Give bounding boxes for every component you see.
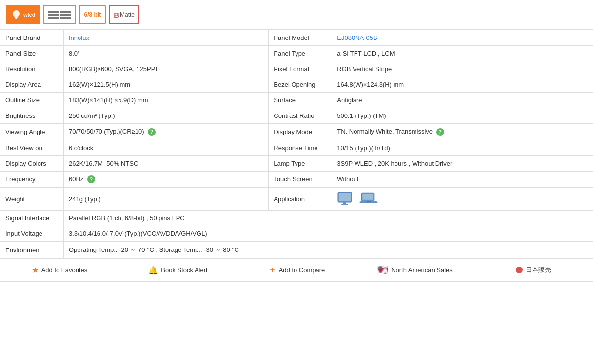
label-resolution: Resolution <box>0 61 64 77</box>
wled-bulb-icon <box>11 9 21 20</box>
value-contrast-ratio: 500:1 (Typ.) (TM) <box>332 108 593 124</box>
matte-label: Matte <box>120 11 135 18</box>
value-panel-model: EJ080NA-05B <box>332 30 593 46</box>
badge-bit: 6/8 bit <box>79 5 106 24</box>
value-resolution: 800(RGB)×600, SVGA, 125PPI <box>64 61 269 77</box>
label-display-area: Display Area <box>0 77 64 93</box>
table-row: Best View on 6 o'clock Response Time 10/… <box>0 140 593 155</box>
table-row: Signal Interface Parallel RGB (1 ch, 6/8… <box>0 211 593 226</box>
label-brightness: Brightness <box>0 108 64 124</box>
label-response-time: Response Time <box>269 140 332 155</box>
table-row: Display Colors 262K/16.7M 50% NTSC Lamp … <box>0 155 593 171</box>
table-row: Outline Size 183(W)×141(H) ×5.9(D) mm Su… <box>0 93 593 108</box>
value-pixel-format: RGB Vertical Stripe <box>332 61 593 77</box>
value-signal-interface: Parallel RGB (1 ch, 6/8-bit) , 50 pins F… <box>64 211 593 226</box>
label-panel-brand: Panel Brand <box>0 30 64 46</box>
japan-label: 日本販売 <box>526 266 551 274</box>
table-row: Input Voltage 3.3/10.4/16.0/-7.0V (Typ.)… <box>0 226 593 242</box>
label-contrast-ratio: Contrast Ratio <box>269 108 332 124</box>
application-icons <box>337 192 588 206</box>
north-american-sales-button[interactable]: 🇺🇸 North American Sales <box>356 259 474 281</box>
na-sales-label: North American Sales <box>391 267 453 274</box>
badge-wled: wled <box>6 5 40 24</box>
star-icon: ★ <box>32 266 39 275</box>
viewing-angle-help-icon[interactable]: ? <box>148 128 156 136</box>
label-panel-size: Panel Size <box>0 46 64 61</box>
flag-icon: 🇺🇸 <box>377 265 388 275</box>
label-input-voltage: Input Voltage <box>0 226 64 242</box>
badge-parallel <box>43 5 76 24</box>
value-outline-size: 183(W)×141(H) ×5.9(D) mm <box>64 93 269 108</box>
svg-rect-8 <box>363 194 374 200</box>
value-bezel-opening: 164.8(W)×124.3(H) mm <box>332 77 593 93</box>
value-display-colors: 262K/16.7M 50% NTSC <box>64 155 269 171</box>
favorites-label: Add to Favorites <box>41 267 88 274</box>
label-environment: Environment <box>0 242 64 259</box>
svg-rect-4 <box>339 193 351 201</box>
parallel-lines-icon-2 <box>60 11 71 19</box>
value-weight: 241g (Typ.) <box>64 188 269 211</box>
label-touch-screen: Touch Screen <box>269 171 332 188</box>
svg-rect-6 <box>341 204 348 205</box>
value-panel-brand: Innolux <box>64 30 269 46</box>
value-panel-size: 8.0" <box>64 46 269 61</box>
b-label: B <box>114 11 119 19</box>
specs-table: Panel Brand Innolux Panel Model EJ080NA-… <box>0 30 593 259</box>
label-panel-type: Panel Type <box>269 46 332 61</box>
label-best-view: Best View on <box>0 140 64 155</box>
value-frequency: 60Hz ? <box>64 171 269 188</box>
panel-model-link[interactable]: EJ080NA-05B <box>337 34 377 41</box>
monitor-icon <box>337 192 356 206</box>
svg-rect-1 <box>15 17 18 18</box>
top-badges: wled 6/8 bit B Matte <box>0 0 593 30</box>
compare-label: Add to Compare <box>279 267 325 274</box>
svg-point-0 <box>13 10 20 17</box>
innolux-link[interactable]: Innolux <box>69 34 89 41</box>
value-application <box>332 188 593 211</box>
badge-b-matte: B Matte <box>109 5 139 24</box>
label-panel-model: Panel Model <box>269 30 332 46</box>
frequency-help-icon[interactable]: ? <box>87 175 95 183</box>
table-row: Panel Brand Innolux Panel Model EJ080NA-… <box>0 30 593 46</box>
value-viewing-angle: 70/70/50/70 (Typ.)(CR≥10) ? <box>64 124 269 140</box>
circle-red-icon <box>516 267 523 273</box>
book-stock-alert-button[interactable]: 🔔 Book Stock Alert <box>119 260 237 281</box>
table-row: Display Area 162(W)×121.5(H) mm Bezel Op… <box>0 77 593 93</box>
label-surface: Surface <box>269 93 332 108</box>
display-mode-help-icon[interactable]: ? <box>436 128 444 136</box>
label-signal-interface: Signal Interface <box>0 211 64 226</box>
label-viewing-angle: Viewing Angle <box>0 124 64 140</box>
label-display-colors: Display Colors <box>0 155 64 171</box>
parallel-lines-icon <box>48 11 59 19</box>
label-bezel-opening: Bezel Opening <box>269 77 332 93</box>
table-row: Panel Size 8.0" Panel Type a-Si TFT-LCD … <box>0 46 593 61</box>
label-display-mode: Display Mode <box>269 124 332 140</box>
label-pixel-format: Pixel Format <box>269 61 332 77</box>
value-brightness: 250 cd/m² (Typ.) <box>64 108 269 124</box>
label-lamp-type: Lamp Type <box>269 155 332 171</box>
value-panel-type: a-Si TFT-LCD , LCM <box>332 46 593 61</box>
speaker-icon: 🔔 <box>148 266 158 275</box>
bit-label: 6/8 bit <box>84 11 101 18</box>
value-display-mode: TN, Normally White, Transmissive ? <box>332 124 593 140</box>
stock-alert-label: Book Stock Alert <box>161 267 207 274</box>
action-bar: ★ Add to Favorites 🔔 Book Stock Alert ＋ … <box>0 259 593 282</box>
value-surface: Antiglare <box>332 93 593 108</box>
add-to-compare-button[interactable]: ＋ Add to Compare <box>237 259 356 281</box>
table-row: Viewing Angle 70/70/50/70 (Typ.)(CR≥10) … <box>0 124 593 140</box>
label-weight: Weight <box>0 188 64 211</box>
value-response-time: 10/15 (Typ.)(Tr/Td) <box>332 140 593 155</box>
value-input-voltage: 3.3/10.4/16.0/-7.0V (Typ.)(VCC/AVDD/VGH/… <box>64 226 593 242</box>
wled-label: wled <box>23 12 35 18</box>
add-to-favorites-button[interactable]: ★ Add to Favorites <box>0 260 119 281</box>
label-frequency: Frequency <box>0 171 64 188</box>
japan-sales-button[interactable]: 日本販売 <box>474 260 593 280</box>
value-display-area: 162(W)×121.5(H) mm <box>64 77 269 93</box>
value-environment: Operating Temp.: -20 ～ 70 °C ; Storage T… <box>64 242 593 259</box>
table-row: Environment Operating Temp.: -20 ～ 70 °C… <box>0 242 593 259</box>
label-outline-size: Outline Size <box>0 93 64 108</box>
svg-rect-5 <box>343 202 346 204</box>
label-application: Application <box>269 188 332 211</box>
table-row: Weight 241g (Typ.) Application <box>0 188 593 211</box>
value-lamp-type: 3S9P WLED , 20K hours , Without Driver <box>332 155 593 171</box>
